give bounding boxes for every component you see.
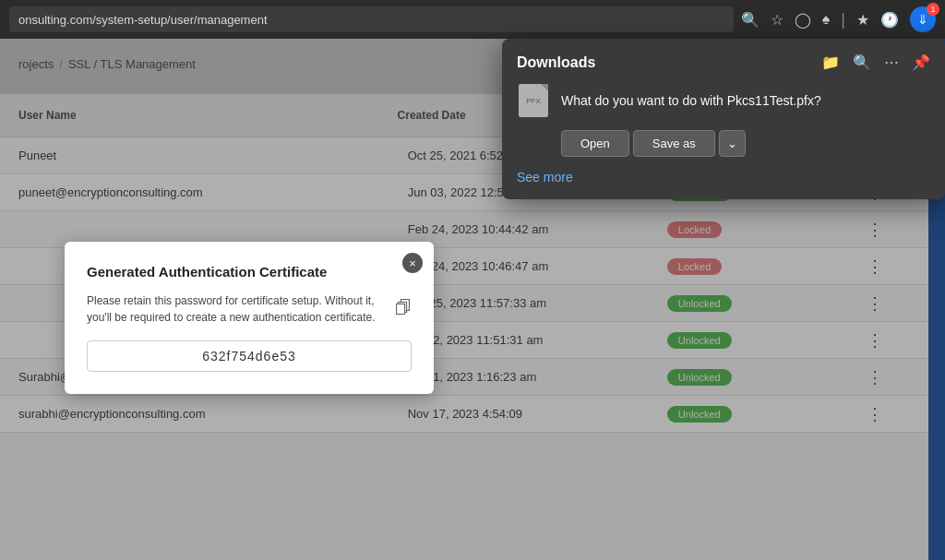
- file-icon: PFX: [517, 84, 550, 117]
- extensions-icon[interactable]: ♠: [822, 11, 831, 28]
- favorites-icon[interactable]: ★: [856, 11, 869, 29]
- save-as-button[interactable]: Save as: [633, 130, 715, 157]
- download-item: PFX What do you want to do with Pkcs11Te…: [517, 84, 930, 117]
- download-badge: 1: [927, 3, 939, 16]
- search-icon[interactable]: 🔍: [741, 11, 760, 29]
- main-content: rojects / SSL / TLS Management User Name…: [0, 39, 945, 560]
- browser-icons: 🔍 ☆ ◯ ♠ | ★ 🕐 ⇓ 1: [741, 6, 936, 32]
- folder-icon[interactable]: 📁: [821, 54, 840, 71]
- search-icon[interactable]: 🔍: [853, 54, 871, 71]
- auth-certificate-modal: Generated Authentication Certificate × P…: [65, 242, 434, 394]
- downloads-title: Downloads: [517, 54, 595, 71]
- modal-title: Generated Authentication Certificate: [87, 264, 412, 280]
- more-options-icon[interactable]: ⋯: [884, 54, 899, 71]
- modal-password: 632f754d6e53: [87, 340, 412, 372]
- modal-body-text: Please retain this password for certific…: [87, 292, 386, 326]
- download-action-buttons: Open Save as ⌄: [517, 130, 930, 157]
- downloads-header-icons: 📁 🔍 ⋯ 📌: [821, 54, 930, 71]
- divider: |: [841, 10, 845, 30]
- modal-body: Please retain this password for certific…: [87, 292, 412, 326]
- profile-icon[interactable]: ◯: [795, 11, 811, 29]
- star-icon[interactable]: ☆: [771, 11, 784, 29]
- download-question: What do you want to do with Pkcs11Test.p…: [561, 93, 930, 108]
- see-more-link[interactable]: See more: [517, 170, 930, 185]
- save-as-dropdown-button[interactable]: ⌄: [719, 130, 746, 157]
- downloads-popup: Downloads 📁 🔍 ⋯ 📌 PFX What do you want t…: [502, 39, 945, 199]
- history-icon[interactable]: 🕐: [880, 11, 899, 29]
- url-text: onsulting.com/system-setup/user/manageme…: [18, 13, 268, 27]
- open-button[interactable]: Open: [561, 130, 629, 157]
- file-type-icon: PFX: [519, 84, 548, 117]
- download-button[interactable]: ⇓ 1: [910, 6, 936, 32]
- modal-close-button[interactable]: ×: [402, 253, 423, 273]
- pin-icon[interactable]: 📌: [912, 54, 930, 71]
- copy-icon[interactable]: 🗍: [395, 296, 412, 321]
- url-bar[interactable]: onsulting.com/system-setup/user/manageme…: [9, 6, 734, 32]
- downloads-header: Downloads 📁 🔍 ⋯ 📌: [517, 54, 930, 71]
- browser-bar: onsulting.com/system-setup/user/manageme…: [0, 0, 945, 39]
